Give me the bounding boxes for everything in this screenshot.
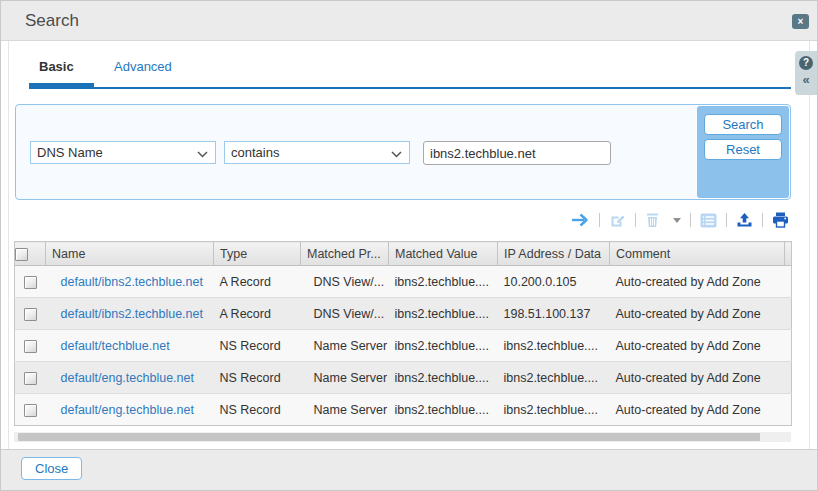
- search-button[interactable]: Search: [704, 114, 782, 135]
- cell-name: default/ibns2.techblue.net: [46, 266, 214, 298]
- cell-matched-value: ibns2.techblue....: [389, 266, 498, 298]
- help-icon[interactable]: ?: [799, 56, 813, 70]
- cell-filler: [785, 298, 792, 330]
- cell-filler: [785, 266, 792, 298]
- horizontal-scrollbar-thumb[interactable]: [18, 433, 760, 441]
- search-criteria-box: DNS Name contains Search Reset: [15, 104, 791, 200]
- cell-matched-value: ibns2.techblue....: [389, 298, 498, 330]
- cell-filler: [785, 362, 792, 394]
- results-table: Name Type Matched Pr... Matched Value IP…: [14, 241, 792, 426]
- cell-type: NS Record: [214, 394, 301, 426]
- row-checkbox[interactable]: [24, 340, 37, 353]
- dialog-footer: Close: [1, 449, 817, 490]
- row-checkbox[interactable]: [24, 404, 37, 417]
- edit-icon: [609, 212, 626, 229]
- cell-matched-property: DNS View/...: [301, 298, 389, 330]
- results-table-body: default/ibns2.techblue.netA RecordDNS Vi…: [15, 266, 792, 426]
- cell-type: A Record: [214, 298, 301, 330]
- print-icon[interactable]: [772, 212, 789, 228]
- results-toolbar: [571, 208, 789, 232]
- toolbar-separator: [635, 213, 636, 227]
- toolbar-separator: [599, 213, 600, 227]
- table-row: default/ibns2.techblue.netA RecordDNS Vi…: [15, 298, 792, 330]
- cell-matched-property: Name Server: [301, 394, 389, 426]
- record-link[interactable]: default/techblue.net: [61, 339, 170, 353]
- column-header-matched-property[interactable]: Matched Pr...: [301, 242, 389, 266]
- row-checkbox[interactable]: [24, 372, 37, 385]
- row-checkbox[interactable]: [24, 308, 37, 321]
- column-settings-icon: [700, 213, 717, 228]
- cell-type: NS Record: [214, 362, 301, 394]
- cell-ip-address: 10.200.0.105: [498, 266, 610, 298]
- cell-type: A Record: [214, 266, 301, 298]
- column-header-comment[interactable]: Comment: [610, 242, 785, 266]
- cell-ip-address: ibns2.techblue....: [498, 394, 610, 426]
- chevron-down-icon: [391, 151, 402, 158]
- column-header-ip-address[interactable]: IP Address / Data: [498, 242, 610, 266]
- cell-comment: Auto-created by Add Zone: [610, 362, 785, 394]
- reset-button[interactable]: Reset: [704, 139, 782, 160]
- collapse-icon[interactable]: «: [802, 73, 809, 86]
- tab-advanced[interactable]: Advanced: [114, 59, 172, 74]
- dialog-title: Search: [25, 11, 79, 31]
- search-value-input[interactable]: [423, 141, 611, 165]
- dialog-titlebar: Search ×: [1, 1, 817, 41]
- export-icon[interactable]: [736, 212, 753, 228]
- tab-basic[interactable]: Basic: [39, 59, 74, 74]
- column-header-filler: [785, 242, 792, 266]
- record-link[interactable]: default/ibns2.techblue.net: [61, 275, 203, 289]
- field-select[interactable]: DNS Name: [30, 141, 216, 164]
- cell-comment: Auto-created by Add Zone: [610, 394, 785, 426]
- cell-name: default/ibns2.techblue.net: [46, 298, 214, 330]
- dialog-close-icon[interactable]: ×: [792, 14, 809, 29]
- toolbar-separator: [690, 213, 691, 227]
- field-select-value: DNS Name: [37, 145, 103, 160]
- active-tab-indicator: [29, 83, 94, 89]
- column-header-name[interactable]: Name: [46, 242, 214, 266]
- table-row: default/ibns2.techblue.netA RecordDNS Vi…: [15, 266, 792, 298]
- chevron-down-icon: [197, 151, 208, 158]
- cell-matched-property: DNS View/...: [301, 266, 389, 298]
- table-row: default/eng.techblue.netNS RecordName Se…: [15, 362, 792, 394]
- table-row: default/eng.techblue.netNS RecordName Se…: [15, 394, 792, 426]
- cell-name: default/eng.techblue.net: [46, 394, 214, 426]
- table-header-row: Name Type Matched Pr... Matched Value IP…: [15, 242, 792, 266]
- column-header-matched-value[interactable]: Matched Value: [389, 242, 498, 266]
- table-row: default/techblue.netNS RecordName Server…: [15, 330, 792, 362]
- column-header-type[interactable]: Type: [214, 242, 301, 266]
- search-actions-panel: Search Reset: [697, 106, 789, 198]
- operator-select-value: contains: [231, 145, 279, 160]
- toolbar-separator: [726, 213, 727, 227]
- record-link[interactable]: default/ibns2.techblue.net: [61, 307, 203, 321]
- cell-ip-address: ibns2.techblue....: [498, 362, 610, 394]
- cell-filler: [785, 330, 792, 362]
- cell-matched-value: ibns2.techblue....: [389, 362, 498, 394]
- go-to-arrow-icon[interactable]: [571, 212, 590, 228]
- cell-type: NS Record: [214, 330, 301, 362]
- cell-matched-property: Name Server: [301, 330, 389, 362]
- cell-filler: [785, 394, 792, 426]
- cell-comment: Auto-created by Add Zone: [610, 298, 785, 330]
- cell-matched-value: ibns2.techblue....: [389, 330, 498, 362]
- cell-matched-value: ibns2.techblue....: [389, 394, 498, 426]
- cell-name: default/eng.techblue.net: [46, 362, 214, 394]
- close-button[interactable]: Close: [21, 457, 82, 480]
- cell-matched-property: Name Server: [301, 362, 389, 394]
- delete-dropdown-caret-icon[interactable]: [673, 218, 681, 223]
- record-link[interactable]: default/eng.techblue.net: [61, 403, 194, 417]
- search-dialog: Search × Basic Advanced ? « DNS Name con…: [0, 0, 818, 491]
- toolbar-separator: [762, 213, 763, 227]
- cell-comment: Auto-created by Add Zone: [610, 266, 785, 298]
- tab-underline: [29, 87, 791, 89]
- horizontal-scrollbar[interactable]: [14, 432, 791, 442]
- cell-ip-address: ibns2.techblue....: [498, 330, 610, 362]
- delete-icon: [645, 212, 660, 228]
- row-checkbox[interactable]: [24, 276, 37, 289]
- select-all-checkbox[interactable]: [15, 248, 28, 261]
- cell-ip-address: 198.51.100.137: [498, 298, 610, 330]
- cell-name: default/techblue.net: [46, 330, 214, 362]
- cell-comment: Auto-created by Add Zone: [610, 330, 785, 362]
- help-strip: ? «: [795, 51, 817, 95]
- operator-select[interactable]: contains: [224, 141, 410, 164]
- record-link[interactable]: default/eng.techblue.net: [61, 371, 194, 385]
